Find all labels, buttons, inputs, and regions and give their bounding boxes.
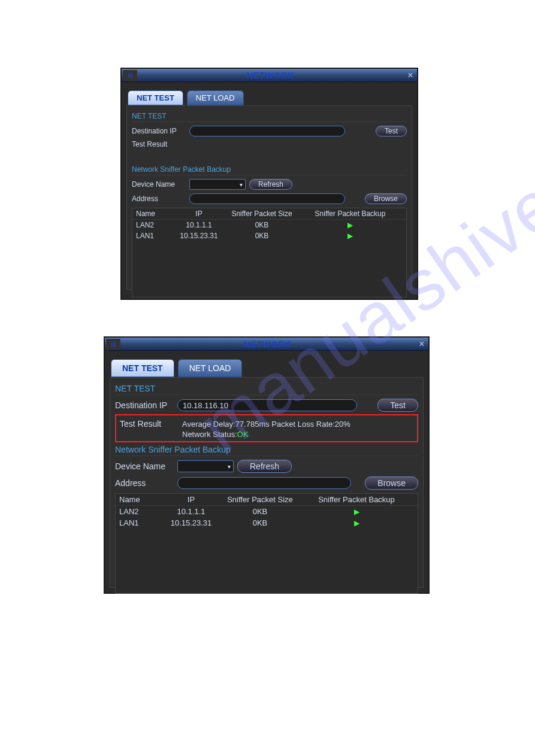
col-name: Name bbox=[119, 495, 161, 504]
network-dialog-2: 🖥 NETWORK × NET TEST NET LOAD NET TEST D… bbox=[104, 336, 430, 594]
cell-size: 0KB bbox=[221, 507, 299, 516]
start-capture-icon[interactable]: ▶ bbox=[298, 221, 403, 229]
cell-size: 0KB bbox=[221, 518, 299, 527]
close-icon[interactable]: × bbox=[404, 70, 417, 81]
cell-ip: 10.1.1.1 bbox=[161, 507, 221, 516]
tab-net-load[interactable]: NET LOAD bbox=[187, 90, 244, 105]
device-name-select[interactable]: ▾ bbox=[177, 460, 234, 472]
address-label: Address bbox=[132, 195, 186, 203]
interface-list: Name IP Sniffer Packet Size Sniffer Pack… bbox=[115, 493, 418, 594]
start-capture-icon[interactable]: ▶ bbox=[299, 508, 414, 516]
list-header: Name IP Sniffer Packet Size Sniffer Pack… bbox=[116, 494, 418, 506]
cell-size: 0KB bbox=[226, 232, 298, 240]
section-sniffer: Network Sniffer Packet Backup bbox=[132, 165, 407, 175]
address-input[interactable] bbox=[189, 193, 345, 204]
dest-ip-input[interactable] bbox=[177, 399, 357, 411]
col-backup: Sniffer Packet Backup bbox=[299, 495, 414, 504]
dest-ip-input[interactable] bbox=[189, 126, 345, 136]
window-title: NETWORK bbox=[120, 339, 415, 349]
start-capture-icon[interactable]: ▶ bbox=[298, 232, 403, 240]
tab-net-test[interactable]: NET TEST bbox=[128, 90, 183, 105]
panel: NET TEST Destination IP Test Test Result… bbox=[126, 105, 412, 290]
device-name-label: Device Name bbox=[115, 462, 174, 471]
section-sniffer: Network Sniffer Packet Backup bbox=[115, 445, 418, 456]
cell-ip: 10.1.1.1 bbox=[172, 221, 226, 229]
test-result-line2: Network Status:OK bbox=[182, 430, 249, 439]
cell-size: 0KB bbox=[226, 221, 298, 229]
test-button[interactable]: Test bbox=[376, 126, 407, 136]
refresh-button[interactable]: Refresh bbox=[249, 179, 292, 190]
refresh-button[interactable]: Refresh bbox=[237, 460, 292, 473]
cell-name: LAN1 bbox=[119, 518, 161, 527]
col-size: Sniffer Packet Size bbox=[226, 210, 298, 218]
cell-name: LAN1 bbox=[136, 232, 172, 240]
interface-list: Name IP Sniffer Packet Size Sniffer Pack… bbox=[132, 208, 407, 297]
test-result-label: Test Result bbox=[120, 419, 179, 429]
tab-bar: NET TEST NET LOAD bbox=[122, 82, 417, 105]
list-row: LAN1 10.15.23.31 0KB ▶ bbox=[116, 517, 418, 529]
cell-name: LAN2 bbox=[119, 507, 161, 516]
cell-name: LAN2 bbox=[136, 221, 172, 229]
test-result-line1: Average Delay:77.785ms Packet Loss Rate:… bbox=[182, 420, 350, 429]
start-capture-icon[interactable]: ▶ bbox=[299, 519, 414, 527]
dest-ip-label: Destination IP bbox=[115, 400, 174, 410]
col-backup: Sniffer Packet Backup bbox=[298, 210, 403, 218]
panel: NET TEST Destination IP Test Test Result… bbox=[110, 377, 424, 588]
system-icon: 🖥 bbox=[106, 339, 120, 350]
section-net-test: NET TEST bbox=[115, 384, 418, 395]
test-result-label: Test Result bbox=[132, 140, 186, 148]
section-net-test: NET TEST bbox=[132, 112, 407, 122]
dest-ip-label: Destination IP bbox=[132, 127, 186, 135]
col-name: Name bbox=[136, 210, 172, 218]
chevron-down-icon: ▾ bbox=[240, 181, 243, 188]
address-input[interactable] bbox=[177, 477, 351, 489]
device-name-select[interactable]: ▾ bbox=[189, 179, 246, 190]
col-size: Sniffer Packet Size bbox=[221, 495, 299, 504]
test-button[interactable]: Test bbox=[377, 399, 418, 412]
titlebar: 🖥 NETWORK × bbox=[105, 338, 428, 351]
col-ip: IP bbox=[172, 210, 226, 218]
address-label: Address bbox=[115, 478, 174, 488]
network-status-label: Network Status: bbox=[182, 430, 237, 439]
network-status-value: OK bbox=[237, 430, 249, 439]
browse-button[interactable]: Browse bbox=[365, 476, 418, 490]
titlebar: 🖥 NETWORK × bbox=[122, 69, 417, 82]
system-icon: 🖥 bbox=[123, 70, 137, 81]
close-icon[interactable]: × bbox=[415, 339, 428, 350]
list-header: Name IP Sniffer Packet Size Sniffer Pack… bbox=[132, 208, 406, 220]
cell-ip: 10.15.23.31 bbox=[161, 518, 221, 527]
list-row: LAN2 10.1.1.1 0KB ▶ bbox=[116, 506, 418, 517]
tab-net-load[interactable]: NET LOAD bbox=[178, 359, 243, 377]
browse-button[interactable]: Browse bbox=[365, 193, 407, 204]
window-title: NETWORK bbox=[137, 71, 404, 80]
list-row: LAN1 10.15.23.31 0KB ▶ bbox=[132, 230, 406, 241]
col-ip: IP bbox=[161, 495, 221, 504]
test-result-box: Test Result Average Delay:77.785ms Packe… bbox=[115, 414, 418, 442]
tab-bar: NET TEST NET LOAD bbox=[105, 351, 428, 377]
list-row: LAN2 10.1.1.1 0KB ▶ bbox=[132, 220, 406, 230]
device-name-label: Device Name bbox=[132, 180, 186, 189]
network-dialog-1: 🖥 NETWORK × NET TEST NET LOAD NET TEST D… bbox=[120, 68, 418, 300]
chevron-down-icon: ▾ bbox=[228, 463, 231, 470]
cell-ip: 10.15.23.31 bbox=[172, 232, 226, 240]
tab-net-test[interactable]: NET TEST bbox=[111, 359, 174, 377]
